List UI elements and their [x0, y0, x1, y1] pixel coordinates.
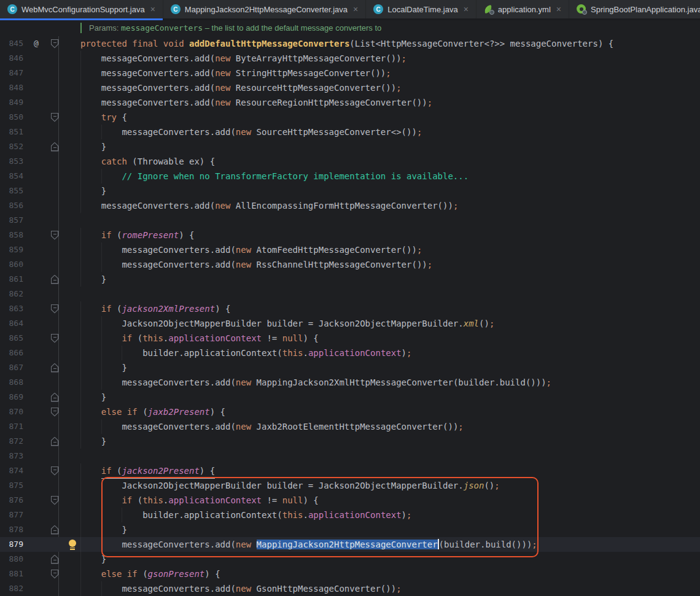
line-number[interactable]: 851 [0, 125, 27, 139]
code-text[interactable] [80, 213, 700, 228]
code-line[interactable]: 881else if (gsonPresent) { [0, 567, 700, 581]
code-text[interactable]: } [80, 390, 700, 404]
fold-region-start-icon[interactable] [51, 466, 59, 476]
code-text[interactable] [80, 449, 700, 463]
code-line[interactable]: 857 [0, 213, 700, 228]
code-text[interactable]: protected final void addDefaultHttpMessa… [80, 36, 700, 51]
line-number[interactable]: 882 [0, 581, 27, 596]
code-line[interactable]: 876if (this.applicationContext != null) … [0, 493, 700, 508]
line-number[interactable]: 862 [0, 287, 27, 301]
line-number[interactable]: 854 [0, 169, 27, 184]
code-text[interactable]: else if (jaxb2Present) { [80, 404, 700, 419]
line-number[interactable]: 880 [0, 552, 27, 567]
line-number[interactable]: 866 [0, 346, 27, 360]
code-line[interactable]: 873 [0, 449, 700, 463]
code-line[interactable]: 877builder.applicationContext(this.appli… [0, 508, 700, 522]
line-number[interactable]: 853 [0, 154, 27, 169]
line-number[interactable]: 861 [0, 272, 27, 287]
code-line[interactable]: 859messageConverters.add(new AtomFeedHtt… [0, 242, 700, 257]
code-line[interactable]: 856messageConverters.add(new AllEncompas… [0, 198, 700, 213]
code-text[interactable]: if (jackson2Present) { [80, 463, 700, 478]
line-number[interactable]: 879 [0, 537, 27, 552]
line-number[interactable]: 878 [0, 522, 27, 537]
code-line[interactable]: 863if (jackson2XmlPresent) { [0, 301, 700, 316]
code-line[interactable]: 874if (jackson2Present) { [0, 463, 700, 478]
code-text[interactable]: messageConverters.add(new SourceHttpMess… [80, 125, 700, 139]
editor-tab[interactable]: CWebMvcConfigurationSupport.java× [0, 0, 163, 20]
code-text[interactable]: } [80, 522, 700, 537]
line-number[interactable]: 863 [0, 301, 27, 316]
fold-region-end-icon[interactable] [51, 275, 59, 284]
fold-region-start-icon[interactable] [51, 496, 59, 505]
editor-tab[interactable]: SpringBootPlanApplication.java× [569, 0, 700, 20]
code-line[interactable]: 878} [0, 522, 700, 537]
line-number[interactable]: 869 [0, 390, 27, 404]
line-number[interactable]: 867 [0, 360, 27, 375]
code-text[interactable]: messageConverters.add(new MappingJackson… [80, 537, 700, 552]
fold-region-start-icon[interactable] [51, 570, 59, 579]
code-line[interactable]: 846messageConverters.add(new ByteArrayHt… [0, 51, 700, 66]
code-text[interactable]: messageConverters.add(new ByteArrayHttpM… [80, 51, 700, 66]
fold-region-start-icon[interactable] [51, 39, 59, 48]
tab-close-icon[interactable]: × [353, 5, 358, 14]
fold-region-end-icon[interactable] [51, 437, 59, 446]
line-number[interactable]: 859 [0, 242, 27, 257]
code-text[interactable]: } [80, 434, 700, 449]
code-text[interactable]: Jackson2ObjectMapperBuilder builder = Ja… [80, 316, 700, 331]
line-number[interactable]: 871 [0, 419, 27, 434]
editor-tab[interactable]: application.yml× [476, 0, 569, 20]
code-line[interactable]: 853catch (Throwable ex) { [0, 154, 700, 169]
code-line[interactable]: 880} [0, 552, 700, 567]
fold-region-start-icon[interactable] [51, 408, 59, 417]
fold-region-start-icon[interactable] [51, 334, 59, 343]
code-text[interactable]: messageConverters.add(new RssChannelHttp… [80, 257, 700, 272]
code-line[interactable]: 847messageConverters.add(new StringHttpM… [0, 66, 700, 80]
line-number[interactable]: 845 [0, 36, 27, 51]
code-line[interactable]: 872} [0, 434, 700, 449]
code-line[interactable]: 861} [0, 272, 700, 287]
code-line[interactable]: 866builder.applicationContext(this.appli… [0, 346, 700, 360]
code-text[interactable]: messageConverters.add(new GsonHttpMessag… [80, 581, 700, 596]
code-line[interactable]: 867} [0, 360, 700, 375]
code-line[interactable]: 875Jackson2ObjectMapperBuilder builder =… [0, 478, 700, 493]
line-number[interactable]: 848 [0, 80, 27, 95]
code-line[interactable]: 854// Ignore when no TransformerFactory … [0, 169, 700, 184]
line-number[interactable]: 864 [0, 316, 27, 331]
code-text[interactable]: messageConverters.add(new AllEncompassin… [80, 198, 700, 213]
code-line[interactable]: 845@protected final void addDefaultHttpM… [0, 36, 700, 51]
line-number[interactable]: 855 [0, 184, 27, 198]
editor-tab[interactable]: CMappingJackson2HttpMessageConverter.jav… [163, 0, 366, 20]
code-line[interactable]: 862 [0, 287, 700, 301]
line-number[interactable]: 876 [0, 493, 27, 508]
fold-region-start-icon[interactable] [51, 304, 59, 314]
editor-tab[interactable]: CLocalDateTime.java× [366, 0, 476, 20]
code-text[interactable]: } [80, 139, 700, 154]
code-line[interactable]: 870else if (jaxb2Present) { [0, 404, 700, 419]
code-line[interactable]: 851messageConverters.add(new SourceHttpM… [0, 125, 700, 139]
code-line[interactable]: 855} [0, 184, 700, 198]
code-text[interactable]: catch (Throwable ex) { [80, 154, 700, 169]
fold-region-end-icon[interactable] [51, 525, 59, 535]
line-number[interactable]: 857 [0, 213, 27, 228]
line-number[interactable]: 877 [0, 508, 27, 522]
code-text[interactable]: try { [80, 110, 700, 125]
code-line[interactable]: 850try { [0, 110, 700, 125]
fold-region-end-icon[interactable] [51, 555, 59, 564]
line-number[interactable]: 874 [0, 463, 27, 478]
intention-bulb-icon[interactable] [68, 540, 76, 550]
line-number[interactable]: 846 [0, 51, 27, 66]
code-text[interactable]: } [80, 360, 700, 375]
code-line[interactable]: 860messageConverters.add(new RssChannelH… [0, 257, 700, 272]
code-line[interactable]: 865if (this.applicationContext != null) … [0, 331, 700, 346]
code-line[interactable]: 864Jackson2ObjectMapperBuilder builder =… [0, 316, 700, 331]
fold-region-start-icon[interactable] [51, 113, 59, 122]
code-text[interactable]: messageConverters.add(new ResourceHttpMe… [80, 80, 700, 95]
code-text[interactable]: messageConverters.add(new MappingJackson… [80, 375, 700, 390]
code-text[interactable]: else if (gsonPresent) { [80, 567, 700, 581]
code-line[interactable]: 882messageConverters.add(new GsonHttpMes… [0, 581, 700, 596]
line-number[interactable]: 860 [0, 257, 27, 272]
code-text[interactable]: if (this.applicationContext != null) { [80, 331, 700, 346]
line-number[interactable]: 865 [0, 331, 27, 346]
line-number[interactable]: 858 [0, 228, 27, 242]
line-number[interactable]: 873 [0, 449, 27, 463]
